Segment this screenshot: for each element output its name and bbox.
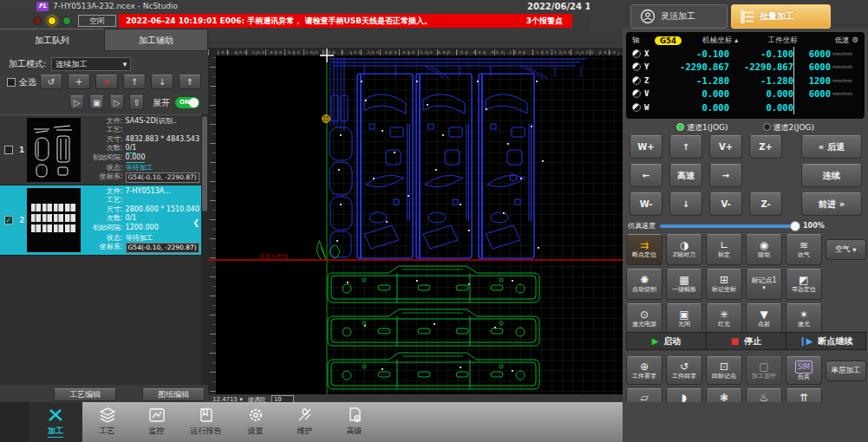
jog-x-plus-button[interactable]: → bbox=[709, 164, 742, 187]
z-axis-tool-button[interactable]: ◑Z轴对刀 bbox=[666, 234, 702, 265]
mark-coordinate-button[interactable]: ⊞标记坐标 bbox=[706, 269, 742, 300]
nav-tab-report[interactable]: 运行报告 bbox=[181, 402, 231, 442]
select-all-checkbox[interactable] bbox=[7, 78, 16, 87]
interval-value[interactable]: 0.000 bbox=[126, 153, 146, 163]
interval-value[interactable]: 1200.000 bbox=[126, 224, 159, 233]
flexible-machining-button[interactable]: 灵活加工 bbox=[630, 4, 728, 29]
edge-find-button[interactable]: ◩寻边定位 bbox=[786, 269, 822, 300]
jog-w-minus-button[interactable]: W- bbox=[630, 192, 662, 216]
jog-v-plus-button[interactable]: V+ bbox=[709, 135, 742, 159]
nav-tab-settings[interactable]: 设置 bbox=[231, 402, 280, 442]
simulate-button[interactable]: SIM仿真 bbox=[786, 356, 822, 385]
breakpoint-resume-button[interactable]: ❙▶断点继续 bbox=[786, 333, 865, 349]
toolpath-canvas[interactable]: 700 600 500 400 300 200 100 0 100 200 30… bbox=[208, 48, 623, 394]
alarm-count[interactable]: 3个报警点 bbox=[499, 14, 568, 28]
mark-point-dropdown[interactable]: 标记点1▾ bbox=[746, 269, 782, 300]
process-selected-button[interactable]: ▢加工选中 bbox=[746, 356, 782, 385]
count-value[interactable]: 0/1 bbox=[126, 214, 137, 224]
scrollbar-thumb[interactable] bbox=[202, 116, 207, 211]
axis-rotate-icon[interactable] bbox=[632, 76, 641, 85]
channel1-radio[interactable]: 通道1(JOG) bbox=[676, 122, 728, 133]
jog-y-plus-button[interactable]: ↑ bbox=[669, 135, 702, 159]
goto-mark-button[interactable]: ⊡回标记点 bbox=[706, 356, 742, 385]
advance-button[interactable]: 前进» bbox=[801, 192, 862, 216]
breakpoint-locate-button[interactable]: ⇉断点定位 bbox=[626, 234, 662, 265]
item1-checkbox[interactable] bbox=[4, 146, 13, 154]
delete-file-button[interactable]: ✕ bbox=[95, 75, 118, 89]
stop-button[interactable]: ■停止 bbox=[707, 333, 786, 349]
queue-scrollbar[interactable] bbox=[201, 114, 208, 385]
laser-power-button[interactable]: ⊙激光电源 bbox=[626, 303, 662, 335]
nav-tab-machining[interactable]: 加工 bbox=[29, 402, 82, 442]
jog-y-minus-button[interactable]: ↓ bbox=[669, 192, 702, 216]
retreat-button[interactable]: «后退 bbox=[801, 135, 862, 159]
single-layer-button[interactable]: 单层加工 bbox=[826, 361, 866, 381]
mech-value: -2290.867 bbox=[656, 62, 729, 72]
follow-button[interactable]: ◉随动 bbox=[746, 234, 782, 265]
axis-rotate-icon[interactable] bbox=[632, 89, 641, 98]
tab-machining-queue[interactable]: 加工队列 bbox=[0, 29, 104, 51]
jog-cut-button[interactable]: ✺点动切割 bbox=[626, 269, 662, 300]
spot-shot-button[interactable]: ▼点射 bbox=[746, 303, 782, 335]
load-item-button[interactable]: ⇪ bbox=[129, 95, 144, 110]
workpiece-zero-button[interactable]: ⊕工件置零 bbox=[626, 356, 662, 385]
wrench-screwdriver-icon bbox=[297, 407, 314, 423]
start-button[interactable]: ▶启动 bbox=[627, 333, 707, 349]
queue-item-2-selected[interactable]: ✓ 2 文件:7-HY0513A... 工艺: 尺寸:2800.600 * 15… bbox=[0, 185, 201, 256]
jog-x-minus-button[interactable]: ← bbox=[630, 164, 662, 187]
craft-edit-button[interactable]: 工艺编辑 bbox=[54, 388, 116, 401]
continuous-button[interactable]: 连续 bbox=[801, 164, 862, 187]
mech-coord-header[interactable]: 机械坐标 ▴ bbox=[690, 36, 751, 46]
nav-tab-craft[interactable]: 工艺 bbox=[82, 402, 132, 442]
wcs-badge[interactable]: G54 bbox=[655, 36, 682, 45]
count-value[interactable]: 0/1 bbox=[126, 144, 137, 153]
high-speed-button[interactable]: 高速 bbox=[669, 164, 702, 187]
sim-speed-slider[interactable] bbox=[660, 224, 799, 228]
one-key-board-button[interactable]: ▦一键截板 bbox=[666, 269, 702, 300]
axis-rotate-icon[interactable] bbox=[632, 62, 641, 71]
work-coord-header[interactable]: 工件坐标 bbox=[751, 36, 815, 46]
home-icon: ↺ bbox=[680, 361, 689, 373]
shutter-button[interactable]: ▣光闸 bbox=[666, 303, 702, 335]
slider-knob[interactable] bbox=[790, 221, 800, 231]
jog-v-minus-button[interactable]: V- bbox=[709, 192, 742, 216]
blow-air-button[interactable]: ≋吹气 bbox=[786, 234, 822, 265]
machining-mode-select[interactable]: 连续加工 ▾ bbox=[51, 57, 131, 71]
chevron-down-icon: ▾ bbox=[123, 60, 127, 68]
calibrate-button[interactable]: ∟标定 bbox=[706, 234, 742, 265]
run-item-button[interactable]: ▷ bbox=[69, 95, 84, 110]
jog-z-minus-button[interactable]: Z- bbox=[749, 192, 782, 216]
move-top-button[interactable]: ⇑ bbox=[179, 75, 201, 89]
expand-toggle[interactable]: ON bbox=[175, 97, 199, 108]
axis-rotate-icon[interactable] bbox=[632, 103, 641, 112]
move-down-button[interactable]: ↓ bbox=[151, 75, 173, 89]
laser-button[interactable]: ✶激光 bbox=[786, 303, 822, 335]
axis-rotate-icon[interactable] bbox=[632, 49, 641, 58]
red-light-button[interactable]: ✳红光 bbox=[706, 303, 742, 335]
speed-mode-toggle[interactable]: 低速 ⚙ bbox=[815, 36, 858, 46]
batch-machining-button[interactable]: 批量加工 bbox=[731, 4, 831, 29]
gas-select-dropdown[interactable]: 空气▾ bbox=[826, 239, 866, 260]
workpiece-home-button[interactable]: ↺工件回零 bbox=[666, 356, 702, 385]
work-value: -2290.867 bbox=[729, 62, 793, 72]
move-up-button[interactable]: ↑ bbox=[123, 75, 146, 89]
channel2-radio[interactable]: 通道2(JOG) bbox=[763, 122, 814, 133]
field-label: 工艺: bbox=[81, 126, 126, 134]
queue-item-1[interactable]: 1 文件:SA4S-2D(识别.. 工艺: 尺寸:4832.883 * 4843… bbox=[0, 115, 201, 185]
collapse-item-icon[interactable]: ❮ bbox=[193, 218, 199, 227]
nav-tab-advanced[interactable]: 高级 bbox=[330, 402, 379, 442]
tab-machining-assist[interactable]: 加工辅助 bbox=[104, 29, 208, 51]
add-file-button[interactable]: + bbox=[68, 75, 90, 89]
jog-z-plus-button[interactable]: Z+ bbox=[749, 135, 782, 159]
coord-value[interactable]: G54(-0.10, -2290.87) bbox=[126, 172, 199, 183]
field-label: 文件: bbox=[81, 117, 126, 126]
drawing-edit-button[interactable]: 图纸编辑 bbox=[142, 388, 205, 401]
nav-tab-maintenance[interactable]: 维护 bbox=[280, 402, 330, 442]
stop-item-button[interactable]: ▣ bbox=[89, 95, 104, 110]
next-item-button[interactable]: ▷ bbox=[109, 95, 124, 110]
item2-checkbox[interactable]: ✓ bbox=[4, 216, 13, 224]
coord-value[interactable]: G54(-0.10, -2290.87) bbox=[126, 243, 199, 253]
refresh-button[interactable]: ↺ bbox=[40, 75, 62, 89]
jog-w-plus-button[interactable]: W+ bbox=[630, 135, 662, 159]
nav-tab-monitor[interactable]: 监控 bbox=[132, 402, 181, 442]
